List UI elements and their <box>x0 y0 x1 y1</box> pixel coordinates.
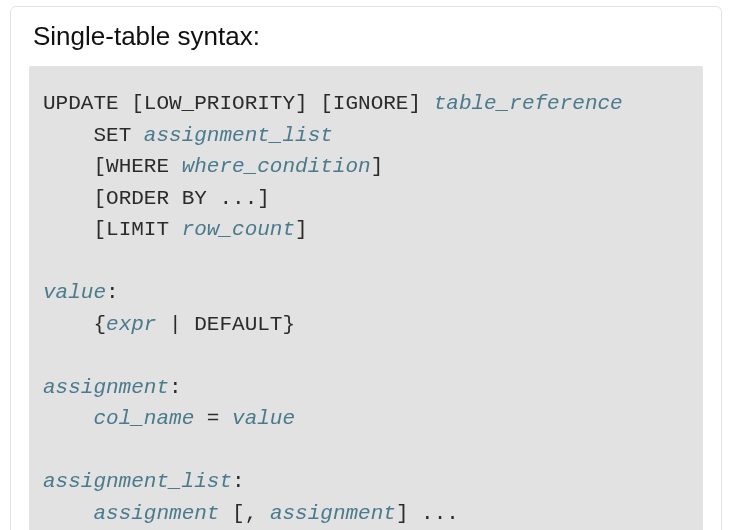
code-indent <box>43 218 93 241</box>
code-text: : <box>232 470 245 493</box>
code-indent <box>43 187 93 210</box>
code-text: SET <box>93 124 143 147</box>
section-title: Single-table syntax: <box>33 21 703 52</box>
code-placeholder: col_name <box>93 407 194 430</box>
code-placeholder: assignment <box>93 502 219 525</box>
code-indent <box>43 124 93 147</box>
code-text: : <box>169 376 182 399</box>
code-placeholder: assignment_list <box>144 124 333 147</box>
code-text: [LIMIT <box>93 218 181 241</box>
code-placeholder: assignment <box>270 502 396 525</box>
code-placeholder: assignment_list <box>43 470 232 493</box>
code-placeholder: where_condition <box>182 155 371 178</box>
code-placeholder: expr <box>106 313 156 336</box>
code-text: UPDATE [LOW_PRIORITY] [IGNORE] <box>43 92 434 115</box>
code-placeholder: table_reference <box>434 92 623 115</box>
code-placeholder: row_count <box>182 218 295 241</box>
code-text: ] <box>371 155 384 178</box>
syntax-card: Single-table syntax: UPDATE [LOW_PRIORIT… <box>10 6 722 530</box>
code-text: ] ... <box>396 502 459 525</box>
code-text: [, <box>219 502 269 525</box>
code-placeholder: value <box>232 407 295 430</box>
code-indent <box>43 407 93 430</box>
code-placeholder: value <box>43 281 106 304</box>
code-text: { <box>93 313 106 336</box>
code-placeholder: assignment <box>43 376 169 399</box>
code-indent <box>43 155 93 178</box>
code-text: [WHERE <box>93 155 181 178</box>
code-block: UPDATE [LOW_PRIORITY] [IGNORE] table_ref… <box>29 66 703 530</box>
code-text: : <box>106 281 119 304</box>
code-indent <box>43 502 93 525</box>
code-text: | DEFAULT} <box>156 313 295 336</box>
code-text: = <box>194 407 232 430</box>
code-text: [ORDER BY ...] <box>93 187 269 210</box>
code-indent <box>43 313 93 336</box>
code-text: ] <box>295 218 308 241</box>
